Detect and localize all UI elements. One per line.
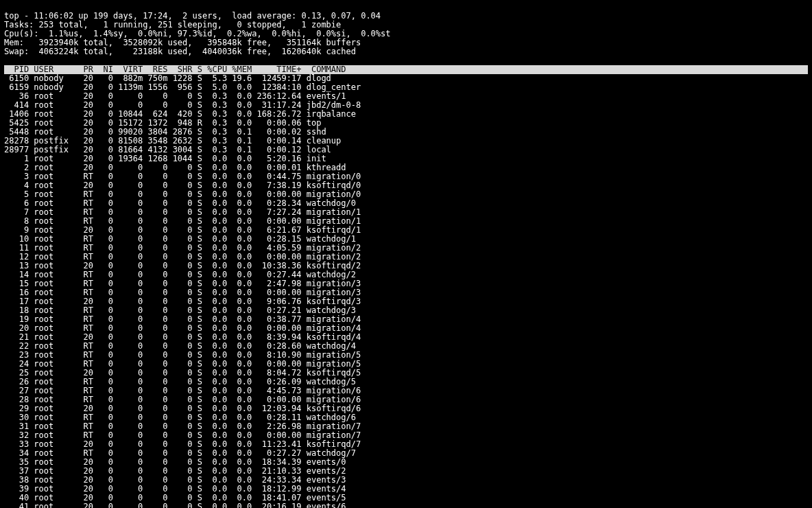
- process-table-body: 6150 nobody 20 0 882m 750m 1228 S 5.3 19…: [4, 74, 808, 508]
- summary-line-tasks: Tasks: 253 total, 1 running, 251 sleepin…: [4, 20, 341, 30]
- terminal-output[interactable]: top - 11:06:02 up 199 days, 17:24, 2 use…: [0, 0, 812, 508]
- summary-line-cpu: Cpu(s): 1.1%us, 1.4%sy, 0.0%ni, 97.3%id,…: [4, 29, 391, 38]
- summary-line-swap: Swap: 4063224k total, 23188k used, 40400…: [4, 47, 356, 56]
- blank-line: [4, 56, 9, 65]
- summary-line-time: top - 11:06:02 up 199 days, 17:24, 2 use…: [4, 11, 381, 21]
- process-row: 41 root 20 0 0 0 0 S 0.0 0.0 20:16.19 ev…: [4, 503, 808, 508]
- summary-line-mem: Mem: 3923940k total, 3528092k used, 3958…: [4, 38, 361, 47]
